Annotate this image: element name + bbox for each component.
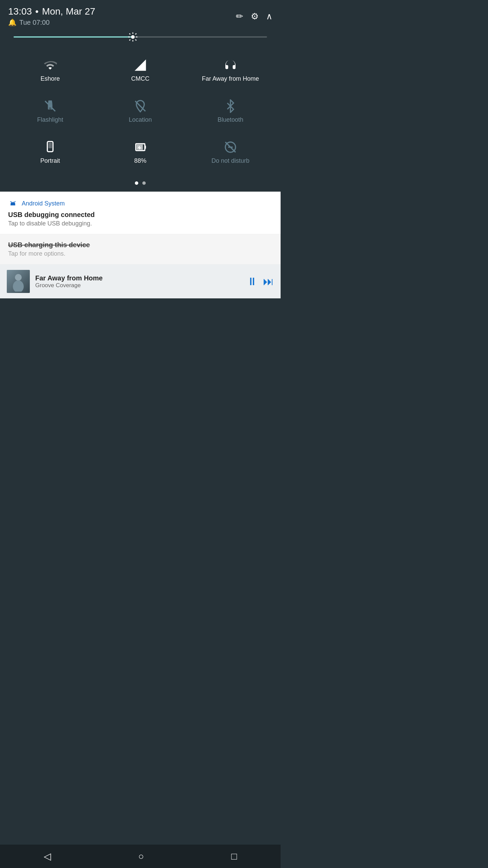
notification-usb-charge[interactable]: USB charging this device Tap for more op…: [0, 234, 281, 264]
tile-far-away[interactable]: Far Away from Home: [187, 52, 274, 89]
music-info: Far Away from Home Groove Coverage: [35, 274, 241, 289]
time-row: 13:03 • Mon, Mar 27: [8, 6, 95, 17]
svg-line-6: [135, 40, 136, 41]
svg-marker-9: [135, 59, 146, 71]
svg-rect-15: [48, 143, 52, 149]
svg-line-5: [129, 34, 130, 35]
svg-point-25: [13, 280, 24, 292]
tile-bluetooth[interactable]: Bluetooth: [187, 93, 274, 130]
music-notification[interactable]: Far Away from Home Groove Coverage ⏸ ⏭: [0, 264, 281, 298]
tile-far-away-label: Far Away from Home: [202, 75, 259, 82]
svg-point-22: [11, 201, 12, 202]
svg-line-8: [129, 40, 130, 41]
signal-icon: [134, 58, 147, 72]
next-button[interactable]: ⏭: [263, 275, 274, 288]
svg-point-23: [14, 201, 14, 202]
alarm-row: 🔔 Tue 07:00: [8, 18, 95, 26]
wifi-icon: [43, 58, 57, 72]
notif-header-usb: Android System: [8, 199, 272, 208]
status-bar: 13:03 • Mon, Mar 27 🔔 Tue 07:00 ✏ ⚙ ∧: [0, 0, 281, 29]
location-icon: [134, 99, 147, 113]
tile-location[interactable]: Location: [97, 93, 184, 130]
status-separator: •: [35, 6, 39, 17]
headphones-icon: [224, 58, 237, 72]
tile-cmcc-label: CMCC: [131, 75, 149, 82]
brightness-thumb[interactable]: [127, 32, 138, 42]
android-system-icon: [8, 199, 18, 208]
notif-title-charging: USB charging this device: [8, 241, 272, 249]
album-art: [7, 270, 30, 293]
notif-app-name-usb: Android System: [22, 200, 65, 207]
notification-usb-debug[interactable]: Android System USB debugging connected T…: [0, 192, 281, 234]
status-time: 13:03: [8, 6, 32, 17]
collapse-icon[interactable]: ∧: [266, 11, 272, 22]
notif-body-usb: Tap to disable USB debugging.: [8, 220, 272, 227]
album-art-svg: [10, 271, 27, 292]
svg-point-24: [15, 274, 22, 281]
page-indicators: [0, 175, 281, 192]
tile-location-label: Location: [129, 116, 152, 123]
notif-title-usb: USB debugging connected: [8, 211, 272, 219]
music-title: Far Away from Home: [35, 274, 241, 282]
battery-icon: [134, 140, 147, 154]
tile-dnd[interactable]: Do not disturb: [187, 134, 274, 171]
tile-battery-label: 88%: [134, 157, 146, 164]
alarm-time: Tue 07:00: [19, 19, 49, 26]
bottom-spacer: [0, 298, 281, 322]
notifications-panel: Android System USB debugging connected T…: [0, 192, 281, 298]
alarm-icon: 🔔: [8, 18, 17, 26]
flashlight-icon: [43, 99, 57, 113]
brightness-fill: [14, 36, 133, 38]
album-art-image: [7, 270, 30, 293]
svg-line-7: [135, 34, 136, 35]
tile-flashlight[interactable]: Flashlight: [7, 93, 94, 130]
tile-portrait-label: Portrait: [40, 157, 60, 164]
edit-icon[interactable]: ✏: [236, 11, 243, 22]
portrait-icon: [43, 140, 57, 154]
music-artist: Groove Coverage: [35, 282, 241, 289]
pause-button[interactable]: ⏸: [247, 275, 258, 288]
tile-cmcc[interactable]: CMCC: [97, 52, 184, 89]
tile-eshore[interactable]: Eshore: [7, 52, 94, 89]
bluetooth-icon: [224, 99, 237, 113]
svg-rect-17: [145, 145, 146, 149]
brightness-slider[interactable]: [14, 36, 267, 38]
music-controls: ⏸ ⏭: [247, 275, 274, 288]
dnd-icon: [224, 140, 237, 154]
page-dot-1[interactable]: [135, 181, 138, 185]
tile-bluetooth-label: Bluetooth: [218, 116, 243, 123]
tile-portrait[interactable]: Portrait: [7, 134, 94, 171]
brightness-container: [0, 29, 281, 48]
notif-body-charging: Tap for more options.: [8, 250, 272, 257]
status-left: 13:03 • Mon, Mar 27 🔔 Tue 07:00: [8, 6, 95, 26]
status-icons: ✏ ⚙ ∧: [236, 11, 272, 22]
tile-dnd-label: Do not disturb: [211, 157, 249, 164]
quick-tiles-grid: Eshore CMCC Far Away from Home Flashligh…: [0, 48, 281, 175]
tile-battery[interactable]: 88%: [97, 134, 184, 171]
page-dot-2[interactable]: [142, 181, 146, 185]
brightness-icon: [127, 30, 138, 44]
tile-flashlight-label: Flashlight: [37, 116, 63, 123]
status-date: Mon, Mar 27: [42, 6, 95, 17]
svg-point-0: [131, 35, 135, 39]
settings-icon[interactable]: ⚙: [251, 11, 259, 22]
tile-eshore-label: Eshore: [40, 75, 60, 82]
